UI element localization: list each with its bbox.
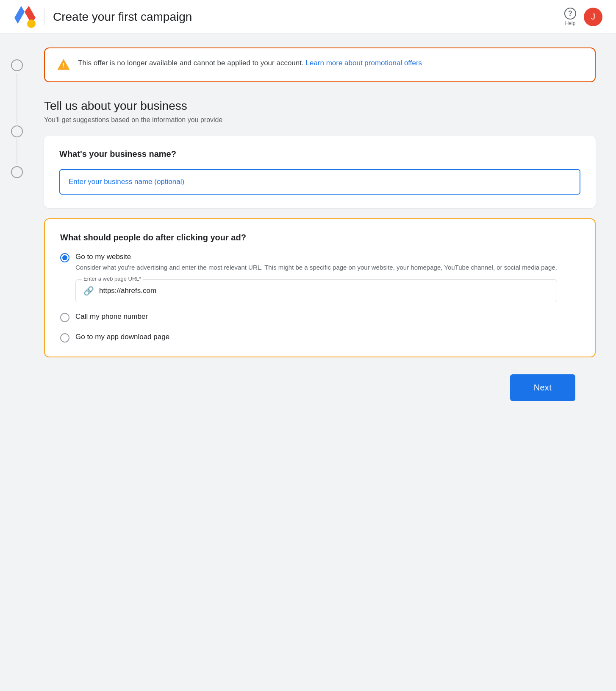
logo-area [14,6,36,28]
url-value: https://ahrefs.com [99,287,156,295]
svg-marker-0 [14,6,25,24]
step-circle-3 [11,166,23,178]
warning-triangle-icon: ! [57,59,70,70]
header-divider [44,8,44,25]
help-icon: ? [564,8,576,20]
main-layout: ! This offer is no longer available and … [0,34,616,691]
alert-icon: ! [57,59,70,72]
header: Create your first campaign ? Help J [0,0,616,34]
radio-website[interactable] [60,253,69,262]
business-name-question: What's your business name? [59,149,580,159]
alert-banner: ! This offer is no longer available and … [44,47,596,82]
option-website-desc: Consider what you're advertising and ent… [75,263,557,273]
radio-app[interactable] [60,333,69,343]
radio-website-dot [62,255,67,260]
footer-bar: Next [44,368,596,408]
header-actions: ? Help J [564,8,602,26]
user-avatar[interactable]: J [584,8,602,26]
help-button[interactable]: ? Help [564,8,576,26]
sidebar-stepper [0,34,34,691]
option-app-content: Go to my app download page [75,333,169,343]
page-title: Create your first campaign [53,10,192,24]
radio-phone[interactable] [60,313,69,322]
step-circle-2 [11,125,23,137]
alert-learn-more-link[interactable]: Learn more about promotional offers [305,59,422,67]
option-phone-label: Call my phone number [75,312,148,321]
step-1 [11,59,23,125]
option-app-label: Go to my app download page [75,333,169,341]
step-circle-1 [11,59,23,71]
business-name-input[interactable] [59,169,580,195]
link-icon: 🔗 [83,286,94,296]
option-app[interactable]: Go to my app download page [60,333,580,343]
step-line-2 [17,139,17,164]
help-label: Help [565,20,576,26]
option-website-content: Go to my website Consider what you're ad… [75,253,557,302]
option-website-label: Go to my website [75,253,557,261]
ad-action-question: What should people do after clicking you… [60,233,580,242]
section-heading: Tell us about your business [44,99,596,113]
ad-action-card: What should people do after clicking you… [44,218,596,357]
svg-point-2 [27,20,36,28]
next-button[interactable]: Next [510,374,575,401]
content-area: ! This offer is no longer available and … [34,34,616,691]
step-2 [11,125,23,166]
option-phone[interactable]: Call my phone number [60,312,580,323]
step-3 [11,166,23,178]
url-input-wrapper: Enter a web page URL* 🔗 https://ahrefs.c… [75,279,557,302]
google-ads-logo [14,6,36,28]
svg-text:!: ! [63,62,65,69]
business-name-card: What's your business name? [44,136,596,208]
alert-text: This offer is no longer available and ca… [78,58,422,69]
section-subheading: You'll get suggestions based on the info… [44,116,596,124]
option-website[interactable]: Go to my website Consider what you're ad… [60,253,580,302]
step-line-1 [17,73,17,124]
option-phone-content: Call my phone number [75,312,148,323]
url-field-label: Enter a web page URL* [82,276,143,282]
